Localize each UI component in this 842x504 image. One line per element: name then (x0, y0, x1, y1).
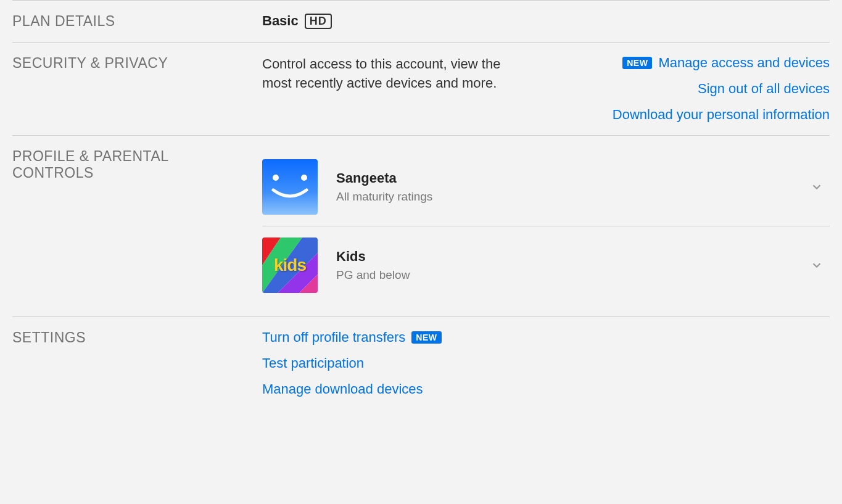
profile-transfers-link[interactable]: Turn off profile transfers (262, 329, 405, 345)
new-badge: NEW (622, 57, 652, 69)
profile-row[interactable]: Sangeeta All maturity ratings (262, 148, 830, 226)
profile-parental-section: PROFILE & PARENTAL CONTROLS Sangeeta All… (12, 135, 830, 316)
profile-rating: PG and below (336, 268, 791, 282)
plan-row: Basic HD (262, 13, 830, 29)
download-info-link[interactable]: Download your personal information (613, 107, 830, 123)
settings-section: SETTINGS Turn off profile transfers NEW … (12, 316, 830, 422)
profile-row[interactable]: kids Kids PG and below (262, 226, 830, 304)
avatar-kids-icon: kids (262, 238, 318, 293)
section-title-profiles: PROFILE & PARENTAL CONTROLS (12, 148, 262, 304)
avatar-smile-icon (262, 159, 318, 215)
security-description: Control access to this account, view the… (262, 55, 534, 93)
security-privacy-section: SECURITY & PRIVACY Control access to thi… (12, 42, 830, 135)
section-title-security: SECURITY & PRIVACY (12, 55, 262, 123)
plan-details-section: PLAN DETAILS Basic HD (12, 0, 830, 42)
section-title-plan: PLAN DETAILS (12, 13, 262, 30)
kids-avatar-label: kids (274, 255, 306, 275)
profile-name: Sangeeta (336, 170, 791, 186)
chevron-down-icon (810, 180, 823, 194)
section-title-settings: SETTINGS (12, 329, 262, 397)
security-link-list: NEW Manage access and devices Sign out o… (552, 55, 830, 123)
sign-out-all-link[interactable]: Sign out of all devices (698, 81, 830, 97)
profile-rating: All maturity ratings (336, 190, 791, 204)
svg-point-1 (301, 175, 307, 181)
plan-name: Basic (262, 13, 299, 29)
new-badge: NEW (411, 331, 441, 344)
svg-point-0 (273, 175, 279, 181)
chevron-down-icon (810, 258, 823, 272)
manage-downloads-link[interactable]: Manage download devices (262, 381, 830, 397)
manage-access-link[interactable]: Manage access and devices (658, 55, 830, 71)
profile-name: Kids (336, 249, 791, 265)
test-participation-link[interactable]: Test participation (262, 355, 830, 371)
quality-badge: HD (305, 14, 332, 29)
